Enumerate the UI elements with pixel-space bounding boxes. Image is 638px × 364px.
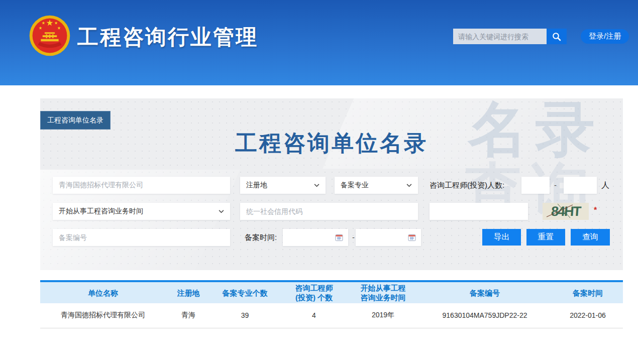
export-button[interactable]: 导出 (482, 229, 521, 246)
company-name-input[interactable] (53, 177, 230, 194)
col-header-record-no: 备案编号 (417, 282, 553, 303)
record-time-to-input[interactable] (356, 229, 421, 246)
cell-unit-name: 青海国德招标代理有限公司 (40, 303, 166, 328)
col-header-engineer-count: 咨询工程师 (投资) 个数 (279, 282, 349, 303)
cell-start-time: 2019年 (349, 303, 417, 328)
chevron-down-icon (219, 210, 224, 213)
credit-code-input[interactable] (240, 203, 418, 220)
table-row: 青海国德招标代理有限公司 青海 39 4 2019年 91630104MA759… (40, 303, 623, 328)
col-header-unit-name: 单位名称 (40, 282, 166, 303)
results-table: 单位名称 注册地 备案专业个数 咨询工程师 (投资) 个数 开始从事工程 咨询业… (40, 280, 623, 328)
cell-engineer-count: 4 (279, 303, 349, 328)
search-icon (552, 32, 562, 42)
record-number-input[interactable] (53, 229, 230, 246)
specialty-select[interactable]: 备案专业 (335, 177, 418, 194)
business-start-time-select[interactable]: 开始从事工程咨询业务时间 (53, 203, 230, 220)
page-title: 工程咨询单位名录 (40, 129, 623, 158)
range-separator: - (352, 229, 355, 246)
tab-directory[interactable]: 工程咨询单位名录 (40, 111, 111, 130)
captcha-image[interactable]: 84HT (543, 203, 589, 220)
calendar-icon (335, 233, 343, 241)
site-title: 工程咨询行业管理 (77, 23, 258, 51)
search-button[interactable] (547, 29, 567, 44)
chevron-down-icon (314, 184, 320, 187)
required-asterisk: * (594, 206, 597, 215)
person-unit-label: 人 (601, 177, 609, 194)
directory-panel: 名录 查询 工程咨询单位名录 工程咨询单位名录 注册地 备案专业 咨询工程师(投… (40, 98, 623, 270)
header: 工程咨询行业管理 登录/注册 (0, 0, 638, 85)
cell-reg-place: 青海 (166, 303, 211, 328)
calendar-icon (408, 233, 416, 241)
range-separator: - (554, 177, 557, 194)
search-input[interactable] (453, 29, 547, 44)
specialty-value: 备案专业 (341, 181, 369, 190)
cell-record-no: 91630104MA759JDP22-22 (417, 303, 553, 328)
cell-record-time: 2022-01-06 (553, 303, 623, 328)
cell-specialty-count: 39 (211, 303, 279, 328)
col-header-reg-place: 注册地 (166, 282, 211, 303)
reset-button[interactable]: 重置 (526, 229, 565, 246)
header-search (453, 29, 567, 44)
table-header-row: 单位名称 注册地 备案专业个数 咨询工程师 (投资) 个数 开始从事工程 咨询业… (40, 282, 623, 303)
login-register-button[interactable]: 登录/注册 (581, 29, 629, 44)
record-time-label: 备案时间: (245, 229, 277, 246)
col-header-start-time: 开始从事工程 咨询业务时间 (349, 282, 417, 303)
engineer-count-label: 咨询工程师(投资)人数: (430, 177, 504, 194)
col-header-record-time: 备案时间 (553, 282, 623, 303)
record-time-from-input[interactable] (283, 229, 348, 246)
captcha-input[interactable] (430, 203, 528, 220)
captcha-noise-lines (543, 203, 589, 220)
registration-place-select[interactable]: 注册地 (240, 177, 326, 194)
business-start-time-value: 开始从事工程咨询业务时间 (59, 207, 143, 216)
col-header-specialty-count: 备案专业个数 (211, 282, 279, 303)
query-button[interactable]: 查询 (571, 229, 610, 246)
engineer-count-min-input[interactable] (521, 177, 550, 194)
page: 工程咨询行业管理 登录/注册 名录 查询 工程咨询单位名录 工程咨询单位名录 (0, 0, 638, 364)
registration-place-value: 注册地 (246, 181, 267, 190)
engineer-count-max-input[interactable] (564, 177, 597, 194)
national-emblem-logo (29, 15, 71, 57)
chevron-down-icon (406, 184, 412, 187)
